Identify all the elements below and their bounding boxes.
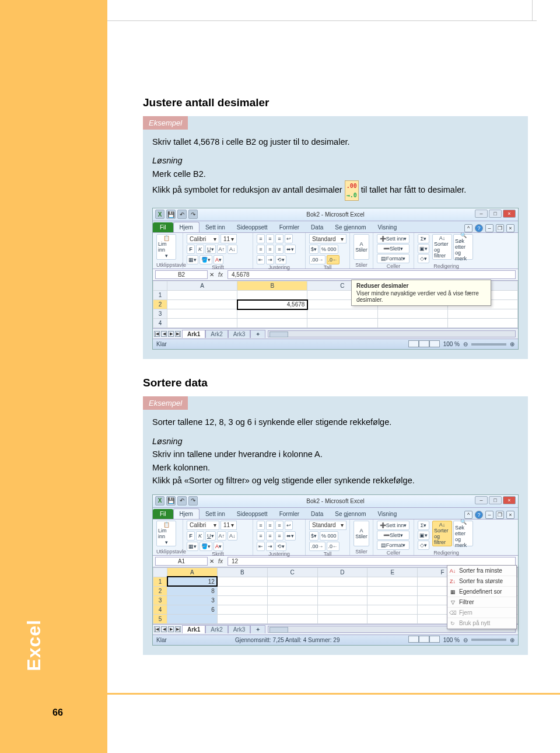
close-button[interactable]: ×	[503, 496, 516, 504]
zoom-out-button[interactable]: ⊖	[463, 637, 468, 643]
indent-button[interactable]: ⇤	[257, 542, 265, 551]
align-right-button[interactable]: ≡	[275, 245, 284, 254]
hscrollbar[interactable]	[268, 330, 516, 337]
paste-button[interactable]: 📋Lim inn▾	[156, 234, 176, 260]
bold-button[interactable]: F	[187, 245, 195, 254]
row-2[interactable]: 2	[153, 586, 167, 595]
win-close-icon[interactable]: ×	[506, 224, 514, 232]
tab-settinn[interactable]: Sett inn	[200, 222, 231, 232]
view-buttons[interactable]	[408, 636, 440, 644]
win-close-icon[interactable]: ×	[506, 511, 514, 519]
tab-settinn[interactable]: Sett inn	[200, 509, 231, 519]
sheet-tab-ark3[interactable]: Ark3	[228, 330, 251, 338]
delete-cells-button[interactable]: ➖Slett▾	[377, 531, 410, 540]
shrink-font-button[interactable]: A↓	[228, 245, 237, 254]
align-center-button[interactable]: ≡	[266, 245, 274, 254]
menu-sort-desc[interactable]: Z↓Sorter fra største	[447, 576, 516, 587]
fx-icon[interactable]: fx	[216, 271, 225, 278]
formula-input[interactable]: 4,5678	[228, 270, 516, 279]
align-mid-button[interactable]: ≡	[266, 234, 274, 243]
cell-A1[interactable]: 12	[167, 577, 218, 586]
insert-cells-button[interactable]: ➕Sett inn▾	[377, 234, 410, 243]
indent-inc-button[interactable]: ⇥	[266, 255, 274, 264]
row-1[interactable]: 1	[153, 577, 167, 586]
font-color-button[interactable]: A▾	[214, 542, 223, 551]
tab-visning[interactable]: Visning	[372, 509, 403, 519]
italic-button[interactable]: K	[196, 245, 204, 254]
menu-filter[interactable]: ▽Filtrer	[447, 597, 516, 608]
cell-A2[interactable]: 8	[167, 586, 218, 595]
tab-data[interactable]: Data	[305, 222, 329, 232]
win-min-icon[interactable]: –	[485, 224, 494, 232]
align-bot-button[interactable]: ≡	[275, 234, 284, 243]
undo-icon[interactable]: ↶	[177, 210, 187, 219]
number-format-combo[interactable]: Standard▾	[309, 234, 346, 243]
formula-input[interactable]: 12	[228, 557, 516, 566]
col-B[interactable]: B	[237, 281, 307, 291]
zoom-slider[interactable]	[471, 639, 506, 641]
font-color-button[interactable]: A▾	[214, 255, 223, 264]
help-icon[interactable]: ?	[475, 224, 483, 232]
wrap-button[interactable]: ↩	[285, 521, 293, 530]
tab-visning[interactable]: Visning	[372, 222, 403, 232]
fill-color-button[interactable]: 🪣▾	[200, 255, 212, 264]
format-cells-button[interactable]: ▤Format▾	[377, 254, 410, 263]
minimize-ribbon-icon[interactable]: ^	[464, 224, 473, 232]
clear-button[interactable]: ◇▾	[418, 541, 429, 550]
sheet-tab-ark2[interactable]: Ark2	[205, 330, 228, 338]
increase-decimal-button[interactable]: .00→	[309, 255, 326, 264]
dec-decimal-button[interactable]: .0←	[327, 542, 340, 551]
save-icon[interactable]: 💾	[166, 210, 176, 219]
delete-cells-button[interactable]: ➖Slett▾	[377, 244, 410, 253]
number-format-combo[interactable]: Standard▾	[309, 521, 346, 530]
cell-B2[interactable]: 4,5678	[237, 300, 307, 309]
select-all[interactable]	[153, 281, 167, 291]
align-button[interactable]: ≡	[266, 521, 274, 530]
align-button[interactable]: ≡	[275, 531, 284, 541]
font-size-combo[interactable]: 11▾	[220, 234, 237, 243]
decrease-decimal-button[interactable]: .0←	[327, 255, 340, 264]
row-4[interactable]: 4	[153, 605, 167, 614]
col-E[interactable]: E	[368, 567, 418, 577]
win-restore-icon[interactable]: ❐	[496, 224, 504, 232]
row-5[interactable]: 5	[153, 614, 167, 623]
name-box[interactable]: A1	[155, 557, 208, 566]
border-button[interactable]: ▦▾	[187, 542, 198, 551]
view-buttons[interactable]	[408, 340, 440, 348]
styles-button[interactable]: AStiler	[354, 521, 369, 546]
italic-button[interactable]: K	[196, 531, 204, 541]
autosum-button[interactable]: Σ▾	[418, 234, 429, 243]
align-button[interactable]: ≡	[266, 531, 274, 541]
tab-fil[interactable]: Fil	[153, 222, 173, 232]
row-1[interactable]: 1	[153, 291, 167, 300]
row-3[interactable]: 3	[153, 309, 167, 319]
currency-button[interactable]: $▾	[309, 245, 318, 254]
cancel-formula-icon[interactable]: ✕	[208, 558, 216, 564]
col-D[interactable]: D	[317, 567, 368, 577]
orientation-button[interactable]: ⟲▾	[275, 542, 286, 551]
zoom-in-button[interactable]: ⊕	[510, 637, 514, 643]
fill-button[interactable]: ▣▾	[418, 531, 429, 540]
font-combo[interactable]: Calibri▾	[187, 234, 219, 243]
redo-icon[interactable]: ↷	[188, 496, 198, 506]
help-icon[interactable]: ?	[475, 511, 483, 519]
find-select-button[interactable]: 🔍Søk etter og merk	[453, 234, 473, 260]
new-sheet-button[interactable]: ✦	[250, 330, 265, 338]
name-box[interactable]: B2	[155, 270, 208, 279]
tab-fil[interactable]: Fil	[153, 509, 173, 519]
menu-sort-asc[interactable]: A↓Sorter fra minste	[447, 566, 516, 576]
tab-segjennom[interactable]: Se gjennom	[329, 222, 372, 232]
percent-button[interactable]: % 000	[320, 245, 338, 254]
align-button[interactable]: ≡	[257, 531, 265, 541]
col-A[interactable]: A	[167, 281, 237, 291]
currency-button[interactable]: $▾	[309, 531, 318, 541]
shrink-font-button[interactable]: A↓	[228, 531, 237, 541]
row-2[interactable]: 2	[153, 300, 167, 309]
sheet-tab-ark1[interactable]: Ark1	[182, 625, 205, 633]
win-restore-icon[interactable]: ❐	[496, 511, 504, 519]
cell-A5[interactable]	[167, 614, 218, 623]
grow-font-button[interactable]: A↑	[217, 531, 227, 541]
orientation-button[interactable]: ⟲▾	[275, 255, 286, 264]
fill-button[interactable]: ▣▾	[418, 244, 429, 253]
sort-filter-button[interactable]: A↓Sorter og filtrer	[432, 521, 452, 546]
